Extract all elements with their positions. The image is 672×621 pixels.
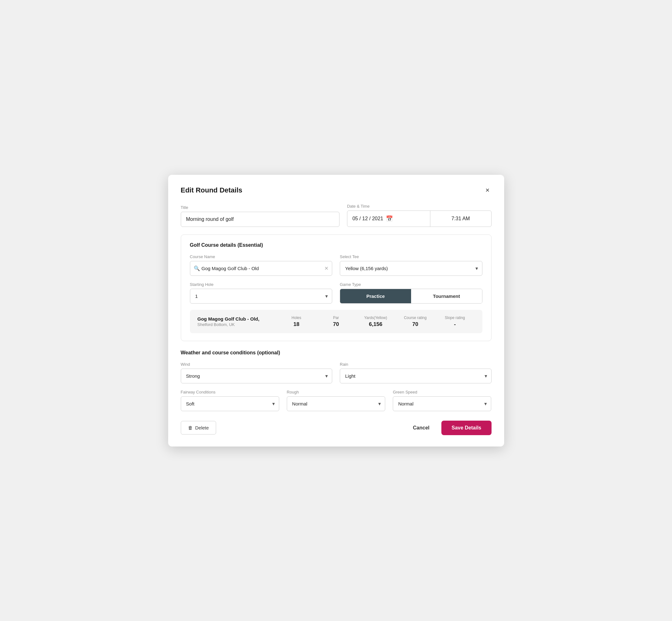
modal-footer: 🗑 Delete Cancel Save Details: [181, 421, 492, 435]
wind-group: Wind NoneLightModerateStrong ▾: [181, 362, 333, 383]
close-button[interactable]: ×: [484, 186, 492, 194]
save-button[interactable]: Save Details: [442, 421, 491, 435]
time-value: 7:31 AM: [452, 216, 470, 221]
fairway-label: Fairway Conditions: [181, 390, 279, 395]
yards-label: Yards(Yellow): [356, 316, 395, 320]
course-name-input[interactable]: [190, 261, 333, 276]
title-label: Title: [181, 205, 339, 210]
green-speed-wrap: SlowNormalFast ▾: [393, 396, 491, 411]
holes-value: 18: [277, 321, 317, 328]
green-speed-group: Green Speed SlowNormalFast ▾: [393, 390, 491, 411]
starting-hole-group: Starting Hole 1234 5678 910 ▾: [190, 282, 333, 303]
course-section-title: Golf Course details (Essential): [190, 242, 482, 248]
footer-right: Cancel Save Details: [407, 421, 492, 435]
slope-rating-value: -: [435, 321, 475, 328]
course-rating-label: Course rating: [395, 316, 435, 320]
yards-value: 6,156: [356, 321, 395, 328]
select-tee-label: Select Tee: [340, 254, 482, 259]
select-tee-group: Select Tee Yellow (6,156 yards) White Re…: [340, 254, 482, 276]
title-field-group: Title: [181, 205, 339, 227]
wind-label: Wind: [181, 362, 333, 367]
modal-header: Edit Round Details ×: [181, 186, 492, 194]
game-type-label: Game Type: [340, 282, 482, 287]
rain-dropdown[interactable]: NoneLightModerateHeavy: [340, 369, 492, 383]
top-fields-row: Title Date & Time 05 / 12 / 2021 📅 7:31 …: [181, 204, 492, 227]
delete-label: Delete: [195, 425, 209, 430]
weather-title: Weather and course conditions (optional): [181, 350, 492, 356]
trash-icon: 🗑: [188, 425, 193, 430]
course-name-tee-row: Course Name 🔍 ✕ Select Tee Yellow (6,156…: [190, 254, 482, 276]
fairway-group: Fairway Conditions SoftNormalHard ▾: [181, 390, 279, 411]
slope-rating-label: Slope rating: [435, 316, 475, 320]
starting-hole-dropdown[interactable]: 1234 5678 910: [190, 289, 333, 303]
game-type-group: Game Type Practice Tournament: [340, 282, 482, 303]
green-speed-label: Green Speed: [393, 390, 491, 395]
search-icon: 🔍: [194, 265, 200, 272]
course-name-group: Course Name 🔍 ✕: [190, 254, 333, 276]
modal-title: Edit Round Details: [181, 186, 243, 194]
delete-button[interactable]: 🗑 Delete: [181, 421, 216, 434]
calendar-icon[interactable]: 📅: [386, 215, 393, 222]
rain-group: Rain NoneLightModerateHeavy ▾: [340, 362, 492, 383]
rain-wrap: NoneLightModerateHeavy ▾: [340, 369, 492, 383]
starting-hole-label: Starting Hole: [190, 282, 333, 287]
rough-wrap: SoftNormalHard ▾: [287, 396, 385, 411]
course-full-name: Gog Magog Golf Club - Old,: [198, 316, 277, 322]
green-speed-dropdown[interactable]: SlowNormalFast: [393, 396, 491, 411]
rough-group: Rough SoftNormalHard ▾: [287, 390, 385, 411]
select-tee-wrap: Yellow (6,156 yards) White Red Blue ▾: [340, 261, 482, 276]
practice-toggle-button[interactable]: Practice: [340, 289, 411, 303]
course-info-name: Gog Magog Golf Club - Old, Shelford Bott…: [198, 316, 277, 327]
fairway-wrap: SoftNormalHard ▾: [181, 396, 279, 411]
time-part[interactable]: 7:31 AM: [430, 211, 491, 226]
weather-section: Weather and course conditions (optional)…: [181, 350, 492, 411]
tournament-toggle-button[interactable]: Tournament: [411, 289, 482, 303]
starting-hole-wrap: 1234 5678 910 ▾: [190, 289, 333, 303]
slope-rating-stat: Slope rating -: [435, 316, 475, 328]
course-info-bar: Gog Magog Golf Club - Old, Shelford Bott…: [190, 310, 482, 333]
edit-round-modal: Edit Round Details × Title Date & Time 0…: [168, 175, 504, 447]
date-value: 05 / 12 / 2021: [352, 216, 383, 221]
course-rating-value: 70: [395, 321, 435, 328]
starting-hole-game-type-row: Starting Hole 1234 5678 910 ▾ Game Type …: [190, 282, 482, 303]
par-value: 70: [316, 321, 356, 328]
course-location: Shelford Bottom, UK: [198, 322, 277, 327]
rough-label: Rough: [287, 390, 385, 395]
par-stat: Par 70: [316, 316, 356, 328]
course-section-card: Golf Course details (Essential) Course N…: [181, 235, 492, 341]
cancel-button[interactable]: Cancel: [407, 421, 435, 434]
rough-dropdown[interactable]: SoftNormalHard: [287, 396, 385, 411]
wind-wrap: NoneLightModerateStrong ▾: [181, 369, 333, 383]
course-name-label: Course Name: [190, 254, 333, 259]
par-label: Par: [316, 316, 356, 320]
wind-rain-row: Wind NoneLightModerateStrong ▾ Rain None…: [181, 362, 492, 383]
datetime-label: Date & Time: [347, 204, 492, 209]
course-rating-stat: Course rating 70: [395, 316, 435, 328]
wind-dropdown[interactable]: NoneLightModerateStrong: [181, 369, 333, 383]
rain-label: Rain: [340, 362, 492, 367]
datetime-row: 05 / 12 / 2021 📅 7:31 AM: [347, 210, 492, 227]
date-part[interactable]: 05 / 12 / 2021 📅: [347, 211, 430, 226]
clear-icon[interactable]: ✕: [324, 265, 328, 272]
holes-stat: Holes 18: [277, 316, 317, 328]
fairway-dropdown[interactable]: SoftNormalHard: [181, 396, 279, 411]
yards-stat: Yards(Yellow) 6,156: [356, 316, 395, 328]
fairway-rough-green-row: Fairway Conditions SoftNormalHard ▾ Roug…: [181, 390, 492, 411]
title-input[interactable]: [181, 212, 339, 227]
select-tee-dropdown[interactable]: Yellow (6,156 yards) White Red Blue: [340, 261, 482, 276]
holes-label: Holes: [277, 316, 317, 320]
datetime-field-group: Date & Time 05 / 12 / 2021 📅 7:31 AM: [347, 204, 492, 227]
course-input-wrap: 🔍 ✕: [190, 261, 333, 276]
game-type-toggle: Practice Tournament: [340, 289, 482, 303]
